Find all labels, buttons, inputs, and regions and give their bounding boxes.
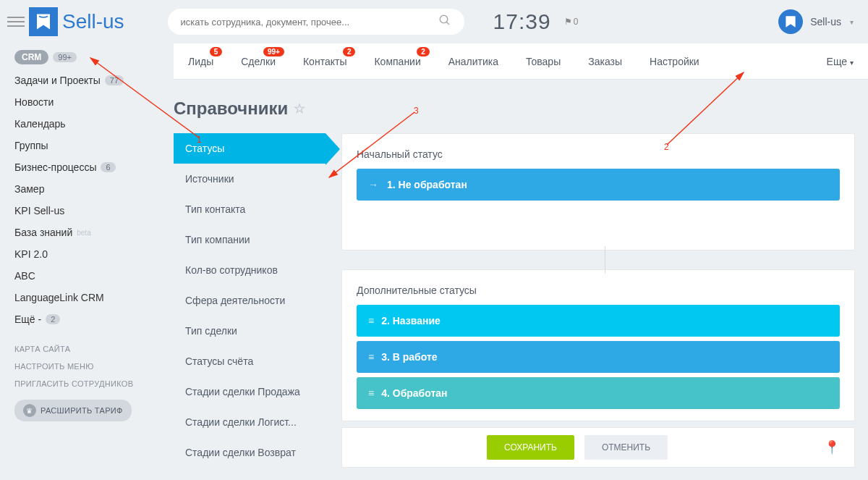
search-box[interactable] [168, 9, 464, 35]
clock: 17:39 [493, 9, 551, 34]
settings-nav-item[interactable]: Кол-во сотрудников [174, 255, 326, 285]
svg-line-1 [446, 22, 449, 25]
sidebar: CRM99+Задачи и Проекты77НовостиКалендарь… [0, 43, 174, 480]
tab[interactable]: Сделки99+ [241, 56, 276, 67]
tab[interactable]: Компании2 [374, 56, 420, 67]
drag-handle-icon[interactable]: ≡ [368, 315, 373, 327]
sidebar-item[interactable]: Группы [14, 135, 174, 156]
crown-icon: ♛ [23, 404, 36, 417]
sidebar-item[interactable]: KPI Sell-us [14, 200, 174, 222]
settings-nav-item[interactable]: Источники [174, 164, 326, 194]
tab[interactable]: Лиды5 [188, 56, 213, 67]
annotation-1: 1 [197, 135, 202, 145]
settings-nav-item[interactable]: Тип сделки [174, 316, 326, 346]
tab[interactable]: Контакты2 [303, 56, 346, 67]
panel-additional: Дополнительные статусы ≡2. Название≡3. В… [341, 269, 855, 421]
sidebar-item[interactable]: KPI 2.0 [14, 243, 174, 265]
settings-nav-item[interactable]: Тип контакта [174, 194, 326, 224]
status-row[interactable]: ≡4. Обработан [357, 377, 840, 409]
annotation-2: 2 [664, 142, 669, 152]
search-icon[interactable] [438, 14, 451, 30]
user-name: Sell-us [810, 16, 841, 28]
tab-badge: 2 [417, 47, 430, 56]
sidebar-footer-item[interactable]: КАРТА САЙТА [14, 340, 174, 358]
top-bar: Sell-us 17:39 ⚑ 0 Sell-us ▾ [0, 0, 868, 43]
pin-icon[interactable]: 📍 [824, 439, 840, 455]
chevron-down-icon: ▾ [850, 18, 854, 26]
panel-label: Дополнительные статусы [357, 285, 840, 296]
flag-counter[interactable]: ⚑ 0 [564, 17, 579, 27]
logo-text: Sell-us [62, 10, 124, 33]
tabs: Лиды5Сделки99+Контакты2Компании2Аналитик… [174, 43, 868, 80]
sidebar-footer-item[interactable]: ПРИГЛАСИТЬ СОТРУДНИКОВ [14, 375, 174, 392]
sidebar-tariff[interactable]: ♛РАСШИРИТЬ ТАРИФ [14, 392, 174, 426]
tab[interactable]: Товары [526, 56, 561, 67]
action-bar: СОХРАНИТЬ ОТМЕНИТЬ 📍 [341, 427, 855, 468]
drag-handle-icon[interactable]: ≡ [368, 387, 373, 399]
avatar [778, 9, 803, 34]
settings-nav: СтатусыИсточникиТип контактаТип компании… [174, 133, 326, 468]
search-input[interactable] [181, 17, 438, 28]
status-row-initial[interactable]: → 1. Не обработан [357, 169, 840, 201]
panel-initial: Начальный статус → 1. Не обработан [341, 133, 855, 250]
chevron-down-icon: ▾ [850, 59, 854, 67]
logo[interactable]: Sell-us [29, 7, 124, 36]
tab-badge: 5 [210, 47, 223, 56]
settings-nav-item[interactable]: Стадии сделки Продажа [174, 376, 326, 407]
settings-nav-item[interactable]: Стадии сделки Возврат [174, 437, 326, 468]
tab[interactable]: Заказы [588, 56, 622, 67]
settings-nav-item[interactable]: Статусы счёта [174, 346, 326, 376]
sidebar-item[interactable]: Задачи и Проекты77 [14, 70, 174, 91]
status-row[interactable]: ≡2. Название [357, 305, 840, 337]
status-row[interactable]: ≡3. В работе [357, 341, 840, 373]
save-button[interactable]: СОХРАНИТЬ [487, 435, 574, 460]
main: Лиды5Сделки99+Контакты2Компании2Аналитик… [174, 43, 868, 480]
sidebar-item[interactable]: Календарь [14, 113, 174, 135]
sidebar-item[interactable]: ABC [14, 265, 174, 287]
sidebar-item[interactable]: LanguageLink CRM [14, 287, 174, 308]
settings-nav-item[interactable]: Стадии сделки Логист... [174, 407, 326, 437]
star-icon[interactable]: ☆ [294, 101, 305, 117]
sidebar-footer-item[interactable]: НАСТРОИТЬ МЕНЮ [14, 358, 174, 375]
page-title: Справочники ☆ [174, 98, 305, 119]
sidebar-item[interactable]: Бизнес-процессы6 [14, 156, 174, 178]
sidebar-item[interactable]: Замер [14, 178, 174, 200]
sidebar-item[interactable]: Новости [14, 91, 174, 113]
panel-label: Начальный статус [357, 148, 840, 160]
sidebar-item[interactable]: Ещё -2 [14, 308, 174, 330]
drag-handle-icon[interactable]: ≡ [368, 351, 373, 363]
cancel-button[interactable]: ОТМЕНИТЬ [584, 435, 668, 460]
tab-more[interactable]: Еще ▾ [827, 56, 854, 67]
sidebar-item[interactable]: CRM99+ [14, 45, 174, 70]
tab[interactable]: Настройки [650, 56, 699, 67]
hamburger-icon[interactable] [7, 17, 25, 27]
tab[interactable]: Аналитика [448, 56, 498, 67]
sidebar-item[interactable]: База знанийbeta [14, 222, 174, 243]
annotation-3: 3 [414, 106, 419, 116]
arrow-right-icon: → [368, 179, 378, 190]
logo-icon [29, 7, 58, 36]
tab-badge: 2 [343, 47, 356, 56]
svg-point-0 [440, 15, 448, 23]
user-area[interactable]: Sell-us ▾ [778, 9, 854, 34]
settings-nav-item[interactable]: Тип компании [174, 224, 326, 255]
settings-nav-item[interactable]: Сфера деятельности [174, 285, 326, 316]
tab-badge: 99+ [263, 47, 284, 56]
